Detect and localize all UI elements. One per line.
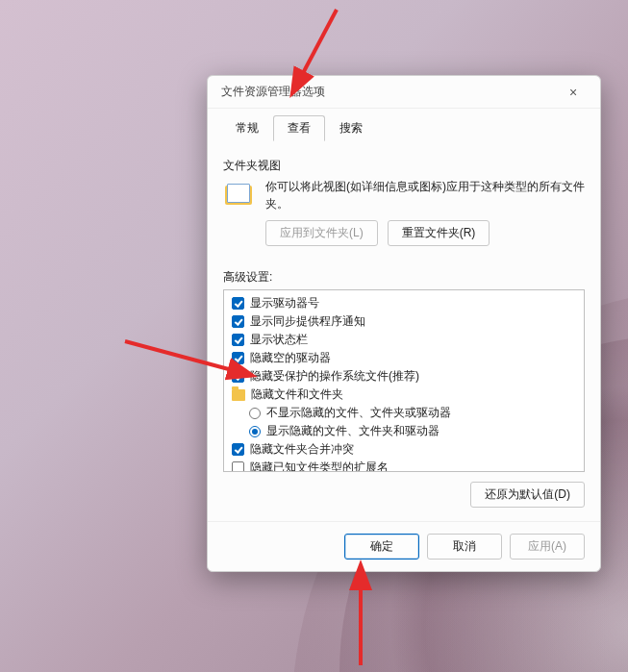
tab-general[interactable]: 常规	[221, 115, 273, 141]
radio-icon[interactable]	[249, 426, 261, 437]
advanced-item-label: 显示隐藏的文件、文件夹和驱动器	[266, 423, 440, 439]
dialog-title: 文件资源管理器选项	[221, 84, 554, 100]
advanced-item[interactable]: 显示隐藏的文件、文件夹和驱动器	[230, 422, 578, 440]
folder-view-group: 文件夹视图 你可以将此视图(如详细信息或图标)应用于这种类型的所有文件夹。 应用…	[223, 154, 585, 256]
tab-search[interactable]: 搜索	[325, 115, 377, 141]
reset-folders-button[interactable]: 重置文件夹(R)	[388, 220, 490, 246]
advanced-item[interactable]: 隐藏空的驱动器	[230, 349, 578, 367]
folder-view-description: 你可以将此视图(如详细信息或图标)应用于这种类型的所有文件夹。	[265, 178, 585, 212]
advanced-item[interactable]: 不显示隐藏的文件、文件夹或驱动器	[230, 404, 578, 422]
apply-to-folders-button[interactable]: 应用到文件夹(L)	[265, 220, 378, 246]
tab-general-label: 常规	[236, 121, 259, 135]
checkbox-icon[interactable]	[232, 315, 244, 328]
close-icon: ×	[569, 85, 577, 100]
checkbox-icon[interactable]	[232, 461, 244, 472]
advanced-item[interactable]: 显示驱动器号	[230, 294, 578, 312]
advanced-item-label: 隐藏空的驱动器	[250, 350, 331, 366]
checkbox-icon[interactable]	[232, 334, 244, 346]
close-button[interactable]: ×	[554, 80, 592, 105]
advanced-settings-label: 高级设置:	[223, 269, 585, 286]
restore-defaults-button[interactable]: 还原为默认值(D)	[470, 482, 585, 508]
tab-search-label: 搜索	[339, 121, 363, 135]
tab-content-view: 文件夹视图 你可以将此视图(如详细信息或图标)应用于这种类型的所有文件夹。 应用…	[208, 140, 600, 517]
advanced-item-label: 显示驱动器号	[250, 295, 319, 311]
advanced-item-label: 显示同步提供程序通知	[250, 313, 365, 330]
tab-strip: 常规 查看 搜索	[208, 109, 600, 140]
advanced-item[interactable]: 隐藏文件夹合并冲突	[230, 440, 578, 459]
advanced-item: 隐藏文件和文件夹	[230, 386, 578, 404]
cancel-button[interactable]: 取消	[427, 534, 502, 560]
advanced-item[interactable]: 隐藏已知文件类型的扩展名	[230, 459, 578, 472]
annotation-arrow-bottom	[346, 560, 375, 672]
tab-view-label: 查看	[288, 121, 311, 135]
advanced-settings-list[interactable]: 显示驱动器号显示同步提供程序通知显示状态栏隐藏空的驱动器隐藏受保护的操作系统文件…	[223, 289, 585, 472]
checkbox-icon[interactable]	[232, 352, 244, 364]
titlebar: 文件资源管理器选项 ×	[208, 76, 600, 109]
ok-button[interactable]: 确定	[344, 534, 419, 560]
checkbox-icon[interactable]	[232, 443, 244, 456]
advanced-item-label: 隐藏文件和文件夹	[251, 386, 343, 403]
advanced-item-label: 不显示隐藏的文件、文件夹或驱动器	[266, 405, 451, 421]
advanced-item[interactable]: 显示同步提供程序通知	[230, 312, 578, 331]
advanced-item-label: 隐藏受保护的操作系统文件(推荐)	[250, 368, 419, 385]
advanced-item[interactable]: 隐藏受保护的操作系统文件(推荐)	[230, 367, 578, 386]
folder-view-icon	[223, 182, 256, 211]
advanced-item-label: 隐藏已知文件类型的扩展名	[250, 460, 389, 472]
tab-view[interactable]: 查看	[273, 115, 325, 141]
folder-icon	[232, 389, 245, 401]
checkbox-icon[interactable]	[232, 297, 244, 310]
checkbox-icon[interactable]	[232, 370, 244, 383]
advanced-item[interactable]: 显示状态栏	[230, 331, 578, 349]
radio-icon[interactable]	[249, 408, 261, 419]
advanced-item-label: 隐藏文件夹合并冲突	[250, 441, 354, 458]
folder-view-heading: 文件夹视图	[223, 158, 585, 174]
apply-button[interactable]: 应用(A)	[510, 534, 585, 560]
advanced-item-label: 显示状态栏	[250, 332, 308, 348]
dialog-footer: 确定 取消 应用(A)	[208, 521, 600, 571]
folder-options-dialog: 文件资源管理器选项 × 常规 查看 搜索 文件夹视图 你可以将此视图(如详细信息…	[207, 75, 601, 572]
